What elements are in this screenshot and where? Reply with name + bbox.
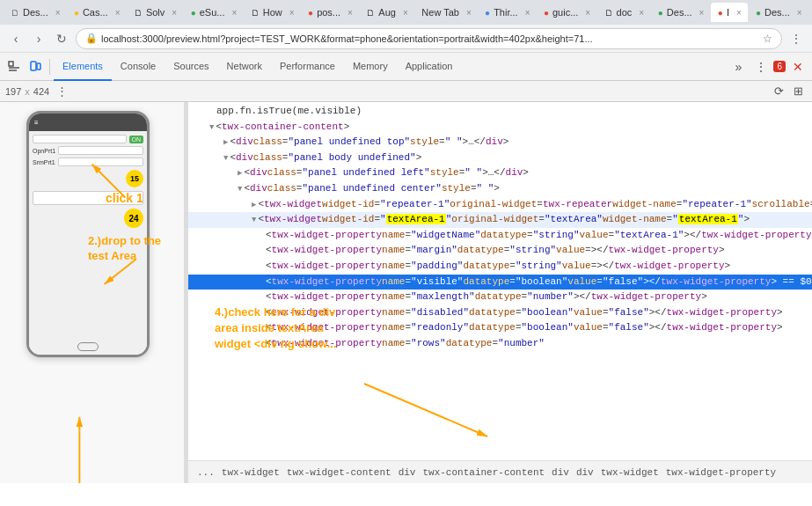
- xml-line-prop-visible[interactable]: <twx-widget-property name="visible" data…: [188, 275, 812, 290]
- tab-close3[interactable]: ×: [172, 8, 177, 18]
- bc-twx-widget-content[interactable]: twx-widget-content: [283, 467, 395, 478]
- bc-div-1[interactable]: div: [395, 467, 420, 478]
- tab-close7[interactable]: ×: [403, 8, 408, 18]
- reload-button[interactable]: ↻: [53, 30, 70, 48]
- phone-row-label: OpnPrt1: [33, 148, 55, 154]
- collapse-triangle7[interactable]: ▼: [252, 214, 256, 226]
- tab-des3[interactable]: ● Des... ×: [749, 3, 808, 22]
- annotation-checkhere: 4.)check here for a div area inside text…: [215, 304, 337, 353]
- tab-sources[interactable]: Sources: [165, 53, 217, 81]
- width-value: 197: [5, 86, 21, 97]
- phone-input-3[interactable]: [58, 158, 143, 166]
- elements-content[interactable]: app.fn.isTrue(me.visible) ▼ <twx-contain…: [188, 102, 812, 460]
- collapse-triangle2[interactable]: ▶: [223, 136, 228, 149]
- tab-doc[interactable]: 🗋 doc ×: [597, 3, 650, 22]
- svg-rect-4: [37, 63, 40, 70]
- collapse-triangle6[interactable]: ▶: [252, 199, 256, 211]
- annotation-drop: 2.)drop to the test Area: [88, 234, 161, 264]
- tab-close4[interactable]: ×: [231, 8, 237, 18]
- bc-div-3[interactable]: div: [573, 467, 597, 478]
- phone-row-2: OpnPrt1: [33, 146, 143, 155]
- xml-line-prop-margin[interactable]: <twx-widget-property name="margin" datat…: [188, 243, 812, 259]
- tab-close8[interactable]: ×: [466, 8, 472, 18]
- tab-des1[interactable]: 🗋 Des... ×: [4, 3, 66, 22]
- tab-i-active[interactable]: ● I ×: [711, 3, 748, 22]
- tab-close10[interactable]: ×: [585, 8, 590, 18]
- bc-twx-container-content[interactable]: twx-container-content: [419, 467, 548, 478]
- address-text: localhost:3000/preview.html?project=TEST…: [101, 33, 763, 44]
- dimensions-more-button[interactable]: ⋮: [56, 84, 68, 98]
- responsive-button[interactable]: ⊞: [789, 83, 807, 100]
- tab-memory[interactable]: Memory: [344, 53, 397, 81]
- forward-button[interactable]: ›: [30, 30, 48, 48]
- tab-how[interactable]: 🗋 How ×: [244, 3, 300, 22]
- close-devtools-button[interactable]: ✕: [787, 56, 808, 77]
- xml-line-textarea[interactable]: ▼ <twx-widget widget-id="textArea-1" ori…: [188, 212, 812, 228]
- xml-line-div-left[interactable]: ▶ <div class="panel undefined left" styl…: [188, 165, 812, 181]
- tab-close6[interactable]: ×: [347, 8, 353, 18]
- bc-div-2[interactable]: div: [548, 467, 573, 478]
- tab-console[interactable]: Console: [112, 53, 165, 81]
- tab-close9[interactable]: ×: [525, 8, 530, 18]
- xml-line-prop-maxlength[interactable]: <twx-widget-property name="maxlength" da…: [188, 290, 812, 305]
- tab-network[interactable]: Network: [218, 53, 271, 81]
- tab-guic[interactable]: ● guic... ×: [537, 3, 596, 22]
- xml-line-container[interactable]: ▼ <twx-container-content>: [188, 120, 812, 136]
- tab-des2[interactable]: ● Des... ×: [651, 3, 710, 22]
- inspect-element-button[interactable]: [4, 56, 25, 77]
- xml-line-div-top[interactable]: ▶ <div class="panel undefined top" style…: [188, 135, 812, 150]
- collapse-triangle3[interactable]: ▼: [223, 152, 228, 165]
- xml-line-div-body[interactable]: ▼ <div class="panel body undefined" >: [188, 150, 812, 166]
- xml-line-div-center[interactable]: ▼ <div class="panel undefined center" st…: [188, 181, 812, 197]
- error-count-badge: 6: [773, 61, 786, 72]
- separator: [49, 59, 50, 75]
- tab-pos[interactable]: ● pos... ×: [301, 3, 358, 22]
- tab-close11[interactable]: ×: [639, 8, 644, 18]
- bc-twx-widget-2[interactable]: twx-widget: [597, 467, 662, 478]
- tab-performance[interactable]: Performance: [271, 53, 344, 81]
- tab-newtab[interactable]: New Tab ×: [414, 3, 477, 22]
- xml-line-prop-padding[interactable]: <twx-widget-property name="padding" data…: [188, 259, 812, 275]
- text-appfn: app.fn.isTrue(me.visible): [216, 104, 362, 120]
- tab-close12[interactable]: ×: [699, 8, 705, 18]
- dimensions-bar: 197 x 424 ⋮ ⟳ ⊞: [0, 81, 812, 102]
- tab-aug[interactable]: 🗋 Aug ×: [359, 3, 413, 22]
- tab-close14[interactable]: ×: [797, 8, 802, 18]
- device-toggle-button[interactable]: [25, 56, 46, 77]
- tab-application[interactable]: Application: [397, 53, 462, 81]
- tab-elements[interactable]: Elements: [54, 53, 112, 81]
- xml-line-repeater[interactable]: ▶ <twx-widget widget-id="repeater-1" ori…: [188, 197, 812, 213]
- elements-panel: 4.)check here for a div area inside text…: [188, 102, 812, 483]
- collapse-triangle5[interactable]: ▼: [238, 183, 242, 195]
- collapse-triangle4[interactable]: ▶: [238, 167, 242, 180]
- phone-header: ≡: [29, 114, 147, 131]
- more-tabs-button[interactable]: »: [728, 56, 749, 77]
- devtools-bar: Elements Console Sources Network Perform…: [0, 53, 812, 81]
- tab-close2[interactable]: ×: [115, 8, 121, 18]
- tab-close[interactable]: ×: [55, 8, 61, 18]
- tab-close5[interactable]: ×: [289, 8, 295, 18]
- menu-button[interactable]: ⋮: [787, 30, 805, 48]
- bc-twx-widget-1[interactable]: twx-widget: [218, 467, 283, 478]
- address-box[interactable]: 🔒 localhost:3000/preview.html?project=TE…: [76, 28, 782, 49]
- tab-esu[interactable]: ● eSu... ×: [184, 3, 243, 22]
- phone-home-button[interactable]: [77, 342, 99, 351]
- phone-input-1[interactable]: [33, 135, 127, 143]
- bookmark-icon[interactable]: ☆: [763, 33, 772, 45]
- back-button[interactable]: ‹: [7, 30, 25, 48]
- phone-input-2[interactable]: [58, 146, 143, 155]
- tab-thir[interactable]: ● Thir... ×: [478, 3, 536, 22]
- collapse-triangle[interactable]: ▼: [209, 121, 214, 134]
- tab-solv[interactable]: 🗋 Solv ×: [127, 3, 183, 22]
- bc-ellipsis[interactable]: ...: [194, 467, 218, 478]
- xml-line-prop-widgetname[interactable]: <twx-widget-property name="widgetName" d…: [188, 228, 812, 244]
- phone-header-text: ≡: [34, 119, 39, 127]
- xml-line-appfn: app.fn.isTrue(me.visible): [188, 104, 812, 120]
- secure-icon: 🔒: [85, 33, 98, 44]
- rotate-button[interactable]: ⟳: [770, 83, 787, 100]
- phone-circle-badge: 15: [126, 170, 143, 187]
- bc-twx-widget-property[interactable]: twx-widget-property: [662, 467, 779, 478]
- tab-close13[interactable]: ×: [736, 8, 742, 18]
- tab-cas[interactable]: ● Cas... ×: [67, 3, 126, 22]
- devtools-settings-button[interactable]: ⋮: [750, 56, 772, 77]
